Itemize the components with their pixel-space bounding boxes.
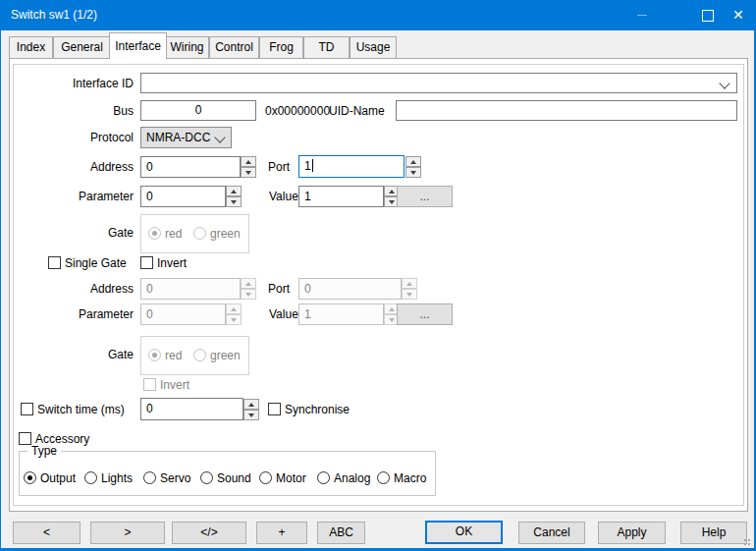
xml-code-button[interactable]: </> <box>172 522 246 544</box>
tab-frog[interactable]: Frog <box>259 36 303 58</box>
close-icon: ✕ <box>732 7 744 23</box>
type-output-label: Output <box>40 471 76 486</box>
triangle-up-icon <box>231 190 237 193</box>
radio-type-sound[interactable] <box>200 471 213 484</box>
radio-type-motor[interactable] <box>259 471 272 484</box>
port-spin-up-button[interactable] <box>405 156 421 167</box>
parameter-input[interactable]: 0 <box>140 186 226 207</box>
switch-time-spin-down-button[interactable] <box>243 410 259 420</box>
address-spin-up-button[interactable] <box>241 156 256 167</box>
interface-id-combobox[interactable] <box>140 73 737 93</box>
address2-label: Address <box>1 282 134 297</box>
triangle-up-icon <box>248 403 254 407</box>
browse-button[interactable]: ... <box>397 186 453 207</box>
tab-index[interactable]: Index <box>9 36 53 58</box>
type-analog-label: Analog <box>334 471 370 486</box>
port2-input: 0 <box>298 278 402 300</box>
minimize-button <box>626 0 658 30</box>
type-sound-label: Sound <box>217 471 251 486</box>
uid-name-input[interactable] <box>396 100 737 121</box>
switch-time-spin-up-button[interactable] <box>243 399 259 410</box>
accessory-checkbox[interactable] <box>19 432 31 445</box>
maximize-icon <box>702 10 714 22</box>
gate-label: Gate <box>1 226 134 241</box>
radio-gate-green <box>193 227 206 240</box>
type-macro-label: Macro <box>394 471 426 486</box>
invert2-checkbox <box>143 378 156 391</box>
uid-name-label: UID-Name <box>329 104 385 119</box>
address2-input: 0 <box>140 278 241 300</box>
tab-td[interactable]: TD <box>303 36 350 58</box>
invert-label: Invert <box>157 256 187 271</box>
switch-time-input[interactable]: 0 <box>140 398 243 420</box>
text-cursor <box>312 159 313 172</box>
browse2-button[interactable]: ... <box>397 303 453 325</box>
triangle-down-icon <box>406 293 412 297</box>
invert2-label: Invert <box>160 378 189 393</box>
triangle-up-icon <box>245 160 251 164</box>
radio-type-servo[interactable] <box>143 471 156 484</box>
ok-button[interactable]: OK <box>425 521 503 544</box>
minimize-icon <box>637 15 647 16</box>
abc-button[interactable]: ABC <box>317 522 365 544</box>
address-spin-down-button[interactable] <box>241 167 256 178</box>
help-button[interactable]: Help <box>680 522 747 544</box>
bus-input[interactable]: 0 <box>140 100 256 121</box>
switch-time-checkbox[interactable] <box>21 403 33 415</box>
type-lights-label: Lights <box>101 471 133 486</box>
triangle-up-icon <box>389 307 395 311</box>
radio-type-macro[interactable] <box>377 471 390 484</box>
parameter2-input: 0 <box>140 303 226 325</box>
parameter2-label: Parameter <box>1 307 134 322</box>
port-spin-down-button[interactable] <box>405 167 421 178</box>
parameter2-spinner-buttons <box>226 303 242 325</box>
gate2-label: Gate <box>1 348 134 362</box>
interface-id-label: Interface ID <box>1 77 134 91</box>
triangle-up-icon <box>231 307 237 311</box>
close-button[interactable]: ✕ <box>724 0 755 30</box>
titlebar[interactable]: Switch sw1 (1/2) ✕ <box>1 0 754 30</box>
radio-type-output[interactable] <box>24 471 36 484</box>
value-input[interactable]: 1 <box>298 186 384 207</box>
tab-interface[interactable]: Interface <box>109 32 167 59</box>
triangle-down-icon <box>231 200 237 204</box>
type-servo-label: Servo <box>160 471 190 486</box>
value2-label: Value <box>269 307 298 322</box>
parameter-spin-up-button[interactable] <box>226 186 242 196</box>
cancel-button[interactable]: Cancel <box>518 522 585 544</box>
synchronise-checkbox[interactable] <box>268 403 281 415</box>
radio-type-lights[interactable] <box>84 471 97 484</box>
triangle-down-icon <box>410 171 416 175</box>
prev-button[interactable]: < <box>13 522 81 544</box>
switch-time-spinner-buttons <box>243 399 259 420</box>
port-input-focused[interactable]: 1 <box>298 155 405 178</box>
address-label: Address <box>1 160 134 175</box>
add-button[interactable]: + <box>256 522 307 544</box>
single-gate-label: Single Gate <box>65 256 127 271</box>
tab-general[interactable]: General <box>53 36 111 58</box>
protocol-label: Protocol <box>1 131 134 145</box>
window-title: Switch sw1 (1/2) <box>11 8 97 22</box>
tab-usage[interactable]: Usage <box>350 36 397 58</box>
port-label: Port <box>268 160 290 175</box>
address2-spinner-buttons <box>241 278 256 300</box>
resize-grip-icon[interactable] <box>744 539 746 541</box>
invert-checkbox[interactable] <box>140 256 153 269</box>
next-button[interactable]: > <box>90 522 165 544</box>
radio-gate2-green <box>193 349 206 361</box>
parameter-spin-down-button[interactable] <box>226 196 242 207</box>
triangle-up-icon <box>406 282 412 286</box>
accessory-label: Accessory <box>35 432 89 447</box>
triangle-down-icon <box>389 200 395 204</box>
maximize-button[interactable] <box>692 0 724 30</box>
address-input[interactable]: 0 <box>140 156 241 178</box>
radio-gate2-red <box>148 349 161 361</box>
tab-control[interactable]: Control <box>209 36 259 58</box>
apply-button[interactable]: Apply <box>598 522 666 544</box>
tab-wiring[interactable]: Wiring <box>165 36 209 58</box>
single-gate-checkbox[interactable] <box>48 256 61 269</box>
uid-hex-text: 0x00000000 <box>265 104 330 119</box>
triangle-up-icon <box>245 282 251 286</box>
radio-type-analog[interactable] <box>317 471 330 484</box>
type-motor-label: Motor <box>276 471 306 486</box>
